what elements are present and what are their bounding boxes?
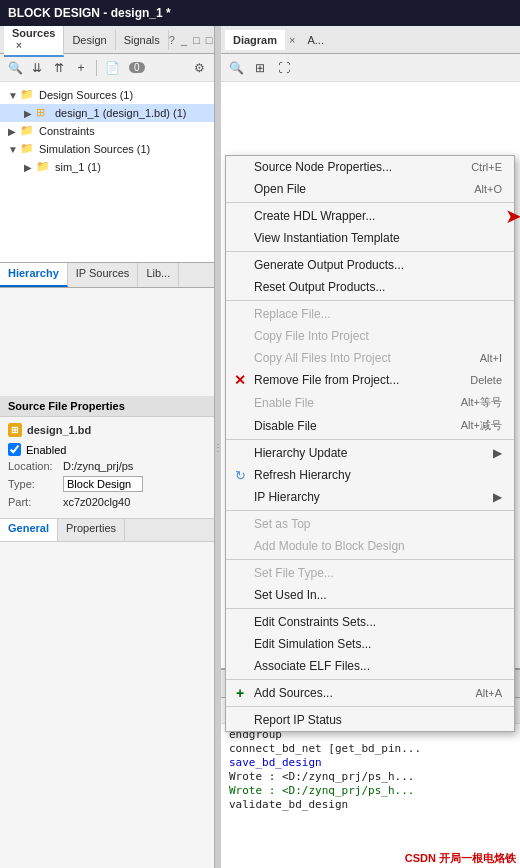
menu-edit-sim-sets[interactable]: Edit Simulation Sets... bbox=[226, 633, 514, 655]
file-tree: ▼ 📁 Design Sources (1) ▶ ⊞ design_1 (des… bbox=[0, 82, 214, 262]
search-button[interactable]: 🔍 bbox=[6, 59, 24, 77]
menu-label-edit-sim-sets: Edit Simulation Sets... bbox=[254, 637, 371, 651]
separator-9 bbox=[226, 706, 514, 707]
sources-tab-close[interactable]: × bbox=[16, 40, 22, 51]
expand-all-button[interactable]: ⇈ bbox=[50, 59, 68, 77]
menu-label-add-sources: Add Sources... bbox=[254, 686, 333, 700]
tab-sources[interactable]: Sources × bbox=[4, 26, 64, 57]
menu-label-open-file: Open File bbox=[254, 182, 306, 196]
menu-label-refresh-hierarchy: Refresh Hierarchy bbox=[254, 468, 351, 482]
menu-copy-file: Copy File Into Project bbox=[226, 325, 514, 347]
menu-refresh-hierarchy[interactable]: ↻ Refresh Hierarchy bbox=[226, 464, 514, 486]
fullscreen-btn[interactable]: ⛶ bbox=[275, 59, 293, 77]
tree-item-sim-sources[interactable]: ▼ 📁 Simulation Sources (1) bbox=[0, 140, 214, 158]
tab-general[interactable]: General bbox=[0, 519, 58, 541]
menu-remove-file[interactable]: ✕ Remove File from Project... Delete bbox=[226, 369, 514, 391]
type-input[interactable] bbox=[63, 476, 143, 492]
settings-button[interactable]: ⚙ bbox=[190, 59, 208, 77]
separator-2 bbox=[226, 251, 514, 252]
help-icon[interactable]: ? bbox=[169, 34, 175, 46]
menu-edit-constraints[interactable]: Edit Constraints Sets... bbox=[226, 611, 514, 633]
menu-label-ip-hierarchy: IP Hierarchy bbox=[254, 490, 320, 504]
menu-source-node-props[interactable]: Source Node Properties... Ctrl+E bbox=[226, 156, 514, 178]
menu-label-source-node: Source Node Properties... bbox=[254, 160, 392, 174]
location-label: Location: bbox=[8, 460, 63, 472]
tree-item-constraints[interactable]: ▶ 📁 Constraints bbox=[0, 122, 214, 140]
menu-enable-file: Enable File Alt+等号 bbox=[226, 391, 514, 414]
properties-content: ⊞ design_1.bd Enabled Location: D:/zynq_… bbox=[0, 417, 214, 518]
tree-arrow-constraints[interactable]: ▶ bbox=[8, 126, 20, 137]
menu-report-ip-status[interactable]: Report IP Status bbox=[226, 709, 514, 731]
add-button[interactable]: + bbox=[72, 59, 90, 77]
location-value: D:/zynq_prj/ps bbox=[63, 460, 206, 472]
tree-arrow-sim1[interactable]: ▶ bbox=[24, 162, 36, 173]
close-panel-icon[interactable]: □ bbox=[206, 34, 213, 46]
file-button[interactable]: 📄 bbox=[103, 59, 121, 77]
menu-gen-output[interactable]: Generate Output Products... bbox=[226, 254, 514, 276]
tab-design[interactable]: Design bbox=[64, 30, 115, 50]
menu-label-associate-elf: Associate ELF Files... bbox=[254, 659, 370, 673]
tree-arrow-design-sources[interactable]: ▼ bbox=[8, 90, 20, 101]
menu-replace-file: Replace File... bbox=[226, 303, 514, 325]
tree-item-design1[interactable]: ▶ ⊞ design_1 (design_1.bd) (1) bbox=[0, 104, 214, 122]
menu-disable-file[interactable]: Disable File Alt+减号 bbox=[226, 414, 514, 437]
menu-label-hierarchy-update: Hierarchy Update bbox=[254, 446, 347, 460]
tree-item-sim1[interactable]: ▶ 📁 sim_1 (1) bbox=[0, 158, 214, 176]
folder-icon-sim-sources: 📁 bbox=[20, 142, 36, 156]
tcl-line-5: Wrote : <D:/zynq_prj/ps_h... bbox=[229, 784, 512, 797]
tab-ip-sources[interactable]: IP Sources bbox=[68, 263, 139, 287]
separator-8 bbox=[226, 679, 514, 680]
properties-section: Source File Properties ⊞ design_1.bd Ena… bbox=[0, 396, 214, 868]
collapse-all-button[interactable]: ⇊ bbox=[28, 59, 46, 77]
enabled-row: Enabled bbox=[8, 443, 206, 456]
menu-reset-output[interactable]: Reset Output Products... bbox=[226, 276, 514, 298]
part-label: Part: bbox=[8, 496, 63, 508]
separator-7 bbox=[226, 608, 514, 609]
tree-item-design-sources[interactable]: ▼ 📁 Design Sources (1) bbox=[0, 86, 214, 104]
window-title: BLOCK DESIGN - design_1 * bbox=[8, 6, 171, 20]
properties-header: Source File Properties bbox=[0, 396, 214, 417]
separator-3 bbox=[226, 300, 514, 301]
menu-open-file[interactable]: Open File Alt+O bbox=[226, 178, 514, 200]
menu-label-gen-output: Generate Output Products... bbox=[254, 258, 404, 272]
sources-section: Sources × Design Signals ? _ □ □ 🔍 ⇊ ⇈ bbox=[0, 26, 214, 396]
tree-arrow-design1[interactable]: ▶ bbox=[24, 108, 36, 119]
tab-lib[interactable]: Lib... bbox=[138, 263, 179, 287]
tree-arrow-sim-sources[interactable]: ▼ bbox=[8, 144, 20, 155]
menu-view-inst[interactable]: View Instantiation Template bbox=[226, 227, 514, 249]
tab-properties[interactable]: Properties bbox=[58, 519, 125, 541]
left-panel: Sources × Design Signals ? _ □ □ 🔍 ⇊ ⇈ bbox=[0, 26, 215, 868]
tab-signals[interactable]: Signals bbox=[116, 30, 169, 50]
diagram-search-btn[interactable]: 🔍 bbox=[227, 59, 245, 77]
menu-set-used-in[interactable]: Set Used In... bbox=[226, 584, 514, 606]
menu-associate-elf[interactable]: Associate ELF Files... bbox=[226, 655, 514, 677]
menu-label-copy-file: Copy File Into Project bbox=[254, 329, 369, 343]
design1-label: design_1 (design_1.bd) (1) bbox=[55, 107, 186, 119]
title-bar: BLOCK DESIGN - design_1 * bbox=[0, 0, 520, 26]
folder-icon-design-sources: 📁 bbox=[20, 88, 36, 102]
zoom-fit-btn[interactable]: ⊞ bbox=[251, 59, 269, 77]
minimize-icon[interactable]: _ bbox=[181, 34, 187, 46]
maximize-icon[interactable]: □ bbox=[193, 34, 200, 46]
tcl-line-6: validate_bd_design bbox=[229, 798, 512, 811]
diagram-tab-close[interactable]: × bbox=[289, 34, 295, 46]
shortcut-remove-file: Delete bbox=[450, 374, 502, 386]
menu-label-add-module: Add Module to Block Design bbox=[254, 539, 405, 553]
sources-toolbar: 🔍 ⇊ ⇈ + 📄 0 ⚙ bbox=[0, 54, 214, 82]
sources-tabs: Sources × Design Signals ? _ □ □ bbox=[0, 26, 214, 54]
tcl-line-3: save_bd_design bbox=[229, 756, 512, 769]
part-value: xc7z020clg40 bbox=[63, 496, 206, 508]
tcl-line-4: Wrote : <D:/zynq_prj/ps_h... bbox=[229, 770, 512, 783]
design-sources-label: Design Sources (1) bbox=[39, 89, 133, 101]
menu-ip-hierarchy[interactable]: IP Hierarchy ▶ bbox=[226, 486, 514, 508]
enabled-checkbox[interactable] bbox=[8, 443, 21, 456]
menu-label-remove-file: Remove File from Project... bbox=[254, 373, 399, 387]
menu-create-hdl[interactable]: Create HDL Wrapper... ➤ bbox=[226, 205, 514, 227]
tab-diagram[interactable]: Diagram bbox=[225, 30, 285, 50]
sim1-label: sim_1 (1) bbox=[55, 161, 101, 173]
menu-hierarchy-update[interactable]: Hierarchy Update ▶ bbox=[226, 442, 514, 464]
menu-add-sources[interactable]: + Add Sources... Alt+A bbox=[226, 682, 514, 704]
tab-a[interactable]: A... bbox=[299, 30, 332, 50]
hierarchy-tabs: Hierarchy IP Sources Lib... bbox=[0, 262, 214, 288]
tab-hierarchy[interactable]: Hierarchy bbox=[0, 263, 68, 287]
